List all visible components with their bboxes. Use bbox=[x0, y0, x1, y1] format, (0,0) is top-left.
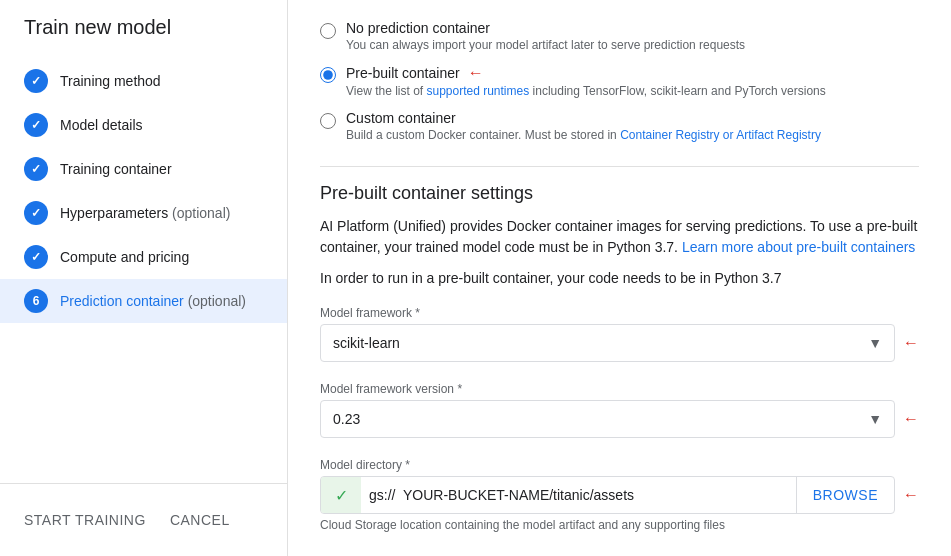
model-framework-select[interactable]: scikit-learn TensorFlow XGBoost bbox=[321, 325, 894, 361]
model-framework-select-wrapper: scikit-learn TensorFlow XGBoost ▼ bbox=[320, 324, 895, 362]
sidebar: Train new model ✓ Training method ✓ Mode… bbox=[0, 0, 288, 556]
learn-more-link[interactable]: Learn more about pre-built containers bbox=[682, 239, 915, 255]
model-directory-check-icon: ✓ bbox=[321, 477, 361, 513]
model-framework-version-arrow: ← bbox=[903, 410, 919, 428]
sidebar-item-label-model-details: Model details bbox=[60, 117, 143, 133]
model-framework-label: Model framework * bbox=[320, 306, 919, 320]
model-directory-hint: Cloud Storage location containing the mo… bbox=[320, 518, 919, 532]
custom-container-option[interactable]: Custom container Build a custom Docker c… bbox=[320, 110, 919, 142]
model-directory-arrow: ← bbox=[903, 486, 919, 504]
no-prediction-option[interactable]: No prediction container You can always i… bbox=[320, 20, 919, 52]
model-framework-version-select-wrapper: 0.23 0.22 0.20 ▼ bbox=[320, 400, 895, 438]
custom-container-radio[interactable] bbox=[320, 113, 336, 129]
pre-built-label: Pre-built container ← View the list of s… bbox=[346, 64, 826, 98]
no-prediction-label: No prediction container You can always i… bbox=[346, 20, 745, 52]
model-directory-field: Model directory * ✓ BROWSE ← Cloud Stora… bbox=[320, 458, 919, 532]
pre-built-title: Pre-built container ← bbox=[346, 64, 826, 82]
sidebar-item-label-training-container: Training container bbox=[60, 161, 172, 177]
custom-container-desc: Build a custom Docker container. Must be… bbox=[346, 128, 821, 142]
model-framework-row: scikit-learn TensorFlow XGBoost ▼ ← bbox=[320, 324, 919, 362]
sidebar-item-label-training-method: Training method bbox=[60, 73, 161, 89]
model-framework-version-field: Model framework version * 0.23 0.22 0.20… bbox=[320, 382, 919, 438]
step-icon-model-details: ✓ bbox=[24, 113, 48, 137]
step-icon-hyperparameters: ✓ bbox=[24, 201, 48, 225]
sidebar-title: Train new model bbox=[0, 16, 287, 59]
model-directory-label: Model directory * bbox=[320, 458, 919, 472]
model-directory-input[interactable] bbox=[361, 477, 796, 513]
step-icon-training-container: ✓ bbox=[24, 157, 48, 181]
pre-built-desc: View the list of supported runtimes incl… bbox=[346, 84, 826, 98]
step-icon-prediction-container: 6 bbox=[24, 289, 48, 313]
step-icon-training-method: ✓ bbox=[24, 69, 48, 93]
no-prediction-radio[interactable] bbox=[320, 23, 336, 39]
model-framework-version-label: Model framework version * bbox=[320, 382, 919, 396]
section-desc: AI Platform (Unified) provides Docker co… bbox=[320, 216, 919, 258]
section-note: In order to run in a pre-built container… bbox=[320, 270, 919, 286]
sidebar-item-training-method[interactable]: ✓ Training method bbox=[0, 59, 287, 103]
pre-built-option[interactable]: Pre-built container ← View the list of s… bbox=[320, 64, 919, 98]
sidebar-item-label-compute-pricing: Compute and pricing bbox=[60, 249, 189, 265]
sidebar-item-prediction-container[interactable]: 6 Prediction container (optional) bbox=[0, 279, 287, 323]
model-framework-field: Model framework * scikit-learn TensorFlo… bbox=[320, 306, 919, 362]
model-directory-wrapper: ✓ BROWSE bbox=[320, 476, 895, 514]
sidebar-item-label-prediction-container: Prediction container (optional) bbox=[60, 293, 246, 309]
sidebar-actions: START TRAINING CANCEL bbox=[0, 483, 287, 556]
pre-built-arrow: ← bbox=[468, 64, 484, 82]
model-directory-row: ✓ BROWSE ← bbox=[320, 476, 919, 514]
step-icon-compute-pricing: ✓ bbox=[24, 245, 48, 269]
custom-container-label: Custom container Build a custom Docker c… bbox=[346, 110, 821, 142]
model-framework-version-select[interactable]: 0.23 0.22 0.20 bbox=[321, 401, 894, 437]
container-type-radio-group: No prediction container You can always i… bbox=[320, 20, 919, 142]
browse-button[interactable]: BROWSE bbox=[796, 477, 894, 513]
no-prediction-title: No prediction container bbox=[346, 20, 745, 36]
container-registry-link[interactable]: Container Registry or Artifact Registry bbox=[620, 128, 821, 142]
start-training-button[interactable]: START TRAINING bbox=[24, 504, 146, 536]
sidebar-item-compute-pricing[interactable]: ✓ Compute and pricing bbox=[0, 235, 287, 279]
sidebar-item-hyperparameters[interactable]: ✓ Hyperparameters (optional) bbox=[0, 191, 287, 235]
pre-built-radio[interactable] bbox=[320, 67, 336, 83]
sidebar-item-label-hyperparameters: Hyperparameters (optional) bbox=[60, 205, 230, 221]
no-prediction-desc: You can always import your model artifac… bbox=[346, 38, 745, 52]
cancel-button[interactable]: CANCEL bbox=[170, 504, 230, 536]
model-framework-arrow: ← bbox=[903, 334, 919, 352]
section-title: Pre-built container settings bbox=[320, 183, 919, 204]
supported-runtimes-link[interactable]: supported runtimes bbox=[426, 84, 529, 98]
model-framework-version-row: 0.23 0.22 0.20 ▼ ← bbox=[320, 400, 919, 438]
sidebar-item-training-container[interactable]: ✓ Training container bbox=[0, 147, 287, 191]
custom-container-title: Custom container bbox=[346, 110, 821, 126]
sidebar-item-model-details[interactable]: ✓ Model details bbox=[0, 103, 287, 147]
main-content: No prediction container You can always i… bbox=[288, 0, 951, 556]
divider-1 bbox=[320, 166, 919, 167]
